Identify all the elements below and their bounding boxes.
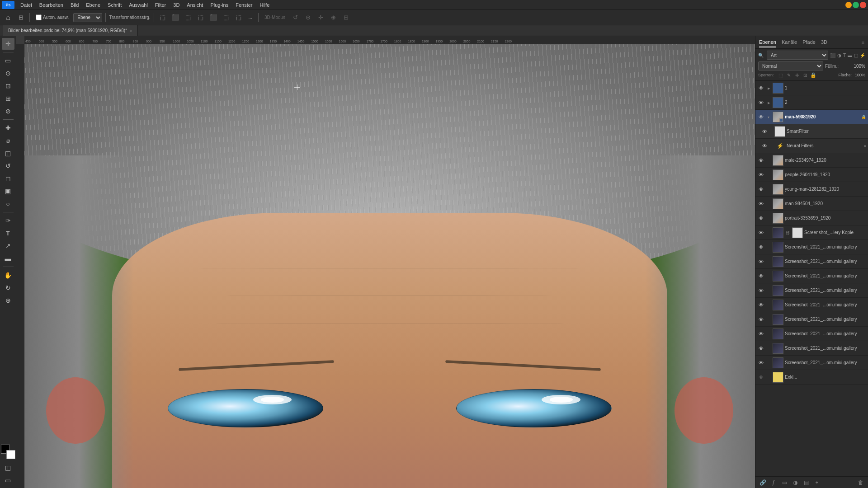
layer-visibility-toggle[interactable]: 👁 bbox=[757, 374, 764, 381]
layer-item[interactable]: 👁 Screenshot_2021_...om.miui.gallery bbox=[755, 327, 868, 341]
dodge-tool[interactable]: ○ bbox=[2, 198, 14, 210]
rotate-view-tool[interactable]: ↻ bbox=[2, 282, 14, 294]
layer-visibility-toggle[interactable]: 👁 bbox=[757, 99, 764, 106]
filter-type-select[interactable]: Art bbox=[767, 51, 828, 60]
filter-pixel-icon[interactable]: ⬛ bbox=[830, 53, 835, 58]
layer-item[interactable]: 👁 people-2604149_1920 bbox=[755, 168, 868, 182]
menu-fenster[interactable]: Fenster bbox=[232, 1, 255, 9]
layer-visibility-toggle[interactable]: 👁 bbox=[761, 128, 768, 135]
tab-pfade[interactable]: Pfade bbox=[802, 38, 816, 47]
close-button[interactable] bbox=[860, 2, 866, 8]
layer-expand-toggle[interactable] bbox=[766, 86, 771, 90]
menu-plugins[interactable]: Plug-ins bbox=[207, 1, 231, 9]
selection-tool[interactable]: ↗ bbox=[2, 240, 14, 252]
layer-item[interactable]: 👁 ⛓ Screenshot_...lery Kopie bbox=[755, 225, 868, 240]
menu-3d[interactable]: 3D bbox=[170, 1, 183, 9]
add-style-button[interactable]: ƒ bbox=[769, 478, 778, 487]
pen-tool[interactable]: ✑ bbox=[2, 215, 14, 226]
history-brush-tool[interactable]: ↺ bbox=[2, 160, 14, 172]
layer-visibility-toggle[interactable]: 👁 bbox=[757, 244, 764, 251]
blend-mode-select[interactable]: Normal bbox=[758, 61, 823, 70]
healing-tool[interactable]: ✚ bbox=[2, 122, 14, 134]
layer-item[interactable]: 👁 Screenshot_2021_...om.miui.gallery bbox=[755, 269, 868, 283]
menu-schrift[interactable]: Schrift bbox=[104, 1, 125, 9]
layer-visibility-toggle[interactable]: 👁 bbox=[757, 316, 764, 323]
layer-item[interactable]: 👁 SmartFilter bbox=[755, 124, 868, 139]
text-tool[interactable]: T bbox=[2, 227, 14, 239]
tab-ebenen[interactable]: Ebenen bbox=[759, 38, 776, 47]
menu-bearbeiten[interactable]: Bearbeiten bbox=[36, 1, 66, 9]
filter-type-icon[interactable]: T bbox=[843, 53, 846, 58]
layer-item[interactable]: 👁 Screenshot_2021_...om.miui.gallery bbox=[755, 283, 868, 298]
layer-item[interactable]: 👁 Screenshot_2021_...om.miui.gallery bbox=[755, 254, 868, 269]
tab-close-button[interactable]: × bbox=[130, 28, 132, 33]
filter-toggle[interactable]: ⚡ bbox=[860, 53, 865, 58]
menu-auswahl[interactable]: Auswahl bbox=[126, 1, 151, 9]
layer-visibility-toggle[interactable]: 👁 bbox=[757, 359, 764, 366]
more-options-button[interactable]: ... bbox=[246, 12, 255, 23]
opacity-value[interactable]: 100% bbox=[849, 64, 865, 69]
align-top-button[interactable]: ⬚ bbox=[195, 12, 206, 23]
tab-3d[interactable]: 3D bbox=[821, 38, 827, 47]
menu-ebene[interactable]: Ebene bbox=[83, 1, 104, 9]
brush-tool[interactable]: ⌀ bbox=[2, 135, 14, 146]
3d-mode-button[interactable]: 3D-Modus bbox=[262, 12, 288, 23]
layer-item[interactable]: 👁 Screenshot_2021_...om.miui.gallery bbox=[755, 356, 868, 370]
home-button[interactable]: ⌂ bbox=[3, 12, 14, 23]
layer-visibility-toggle[interactable]: 👁 bbox=[757, 113, 764, 121]
layer-item[interactable]: 👁 male-2634974_1920 bbox=[755, 153, 868, 168]
layer-item[interactable]: 👁 Screenshot_2021_...om.miui.gallery bbox=[755, 298, 868, 312]
layer-visibility-toggle[interactable]: 👁 bbox=[757, 345, 764, 352]
menu-hilfe[interactable]: Hilfe bbox=[256, 1, 273, 9]
tab-kanaele[interactable]: Kanäle bbox=[782, 38, 797, 47]
lock-position-button[interactable]: ✛ bbox=[793, 71, 801, 79]
layer-visibility-toggle[interactable]: 👁 bbox=[757, 171, 764, 178]
tools-toggle[interactable]: ⊞ bbox=[15, 12, 26, 23]
layer-visibility-toggle[interactable]: 👁 bbox=[757, 157, 764, 164]
layer-expand-toggle[interactable] bbox=[766, 100, 771, 105]
layer-visibility-toggle[interactable]: 👁 bbox=[757, 272, 764, 280]
menu-bild[interactable]: Bild bbox=[67, 1, 82, 9]
layer-item[interactable]: 👁 ⚡ Neural Filters ≡ bbox=[755, 139, 868, 153]
eyedropper-tool[interactable]: ⊘ bbox=[2, 105, 14, 117]
menu-filter[interactable]: Filter bbox=[152, 1, 169, 9]
add-mask-button[interactable]: ▭ bbox=[780, 478, 789, 487]
crop-tool[interactable]: ⊞ bbox=[2, 93, 14, 104]
layer-item[interactable]: 👁 1 bbox=[755, 81, 868, 95]
auto-select-checkbox[interactable] bbox=[36, 14, 42, 20]
menu-ansicht[interactable]: Ansicht bbox=[184, 1, 206, 9]
layer-visibility-toggle[interactable]: 👁 bbox=[757, 258, 764, 265]
filter-smart-icon[interactable]: ◫ bbox=[854, 53, 858, 58]
filter-shape-icon[interactable]: ▬ bbox=[848, 53, 852, 58]
zoom-tool[interactable]: ⊕ bbox=[2, 295, 14, 306]
filter-adjustment-icon[interactable]: ◑ bbox=[837, 53, 841, 58]
layer-item[interactable]: 👁 portrait-3353699_1920 bbox=[755, 211, 868, 225]
background-color[interactable] bbox=[6, 450, 15, 459]
active-document-tab[interactable]: Bilder bearbeiten.psdc bei 74,9% (man-59… bbox=[3, 25, 138, 36]
lock-image-button[interactable]: ✎ bbox=[785, 71, 793, 79]
rotate-3d-button[interactable]: ↺ bbox=[290, 12, 301, 23]
layer-visibility-toggle[interactable]: 👁 bbox=[761, 142, 768, 150]
lock-transparent-button[interactable]: ⬚ bbox=[777, 71, 784, 79]
layer-item[interactable]: 👁 Screenshot_2021_...om.miui.gallery bbox=[755, 312, 868, 327]
align-left-button[interactable]: ⬚ bbox=[157, 12, 168, 23]
layer-item[interactable]: 👁 Exkl... bbox=[755, 370, 868, 385]
delete-layer-button[interactable]: 🗑 bbox=[856, 478, 865, 487]
canvas-image[interactable] bbox=[24, 44, 755, 488]
layer-item[interactable]: 👁 Screenshot_2021_...om.miui.gallery bbox=[755, 341, 868, 356]
align-right-button[interactable]: ⬚ bbox=[183, 12, 193, 23]
layer-visibility-toggle[interactable]: 👁 bbox=[757, 330, 764, 338]
layer-item[interactable]: 👁 Screenshot_2021_...om.miui.gallery bbox=[755, 240, 868, 254]
minimize-button[interactable] bbox=[845, 2, 852, 8]
add-layer-button[interactable]: + bbox=[812, 478, 821, 487]
object-select-tool[interactable]: ⊡ bbox=[2, 80, 14, 92]
lock-all-button[interactable]: 🔒 bbox=[810, 71, 817, 79]
fill-value[interactable]: 100% bbox=[855, 73, 865, 77]
align-middle-button[interactable]: ⬛ bbox=[208, 12, 219, 23]
quick-mask-button[interactable]: ◫ bbox=[2, 462, 14, 474]
move-tool[interactable]: ✛ bbox=[2, 38, 14, 50]
lasso-tool[interactable]: ⊙ bbox=[2, 67, 14, 79]
hand-tool[interactable]: ✋ bbox=[2, 269, 14, 281]
layer-item[interactable]: 👁 2 bbox=[755, 95, 868, 110]
link-layers-button[interactable]: 🔗 bbox=[758, 478, 767, 487]
